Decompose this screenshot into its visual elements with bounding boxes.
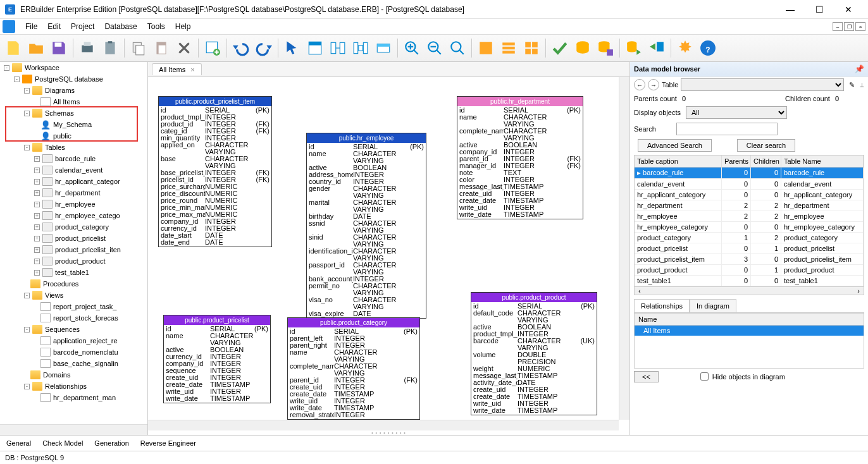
tables-grid[interactable]: Table caption Parents Children Table Nam…	[634, 155, 864, 295]
zoom-fit-icon[interactable]	[447, 37, 468, 59]
report-icon[interactable]	[99, 37, 121, 59]
pin-icon[interactable]: 📌	[855, 64, 864, 73]
tree-relationships[interactable]: -Relationships	[0, 381, 147, 392]
undo-icon[interactable]	[230, 37, 252, 59]
hide-objects-checkbox[interactable]	[700, 372, 709, 381]
mdi-minimize[interactable]: –	[833, 22, 843, 31]
tree-database[interactable]: -PostgreSQL database	[0, 73, 147, 85]
tree-views[interactable]: -Views	[0, 290, 147, 301]
entity-pricelist_item[interactable]: public.product_pricelist_itemidSERIAL(PK…	[158, 96, 272, 247]
refresh-icon[interactable]: ⟂	[860, 81, 864, 89]
tab-generation[interactable]: Generation	[94, 439, 128, 447]
mdi-close[interactable]: ×	[855, 22, 865, 31]
layout-full-icon[interactable]	[475, 37, 497, 59]
tree-table-1[interactable]: +calendar_event	[0, 164, 147, 176]
validate-icon[interactable]	[549, 37, 571, 59]
tree-table-2[interactable]: +hr_applicant_categor	[0, 176, 147, 187]
minimize-button[interactable]: —	[776, 0, 805, 19]
delete-icon[interactable]	[173, 37, 195, 59]
tab-relationships[interactable]: Relationships	[634, 299, 690, 312]
menu-database[interactable]: Database	[99, 20, 142, 34]
display-objects-select[interactable]: All	[686, 106, 787, 119]
entity-product_category[interactable]: public.product_categoryidSERIAL(PK)paren…	[287, 317, 420, 420]
close-button[interactable]: ✕	[834, 0, 863, 19]
print-icon[interactable]	[77, 37, 98, 59]
edit-icon[interactable]: ✎	[846, 81, 857, 89]
tree-rel-0[interactable]: hr_department_man	[0, 392, 147, 403]
menu-tools[interactable]: Tools	[142, 20, 170, 34]
redo-icon[interactable]	[253, 37, 275, 59]
tree-domains[interactable]: Domains	[0, 369, 147, 381]
tree-tables[interactable]: -Tables	[0, 142, 147, 153]
close-icon[interactable]: ×	[190, 66, 194, 73]
mdi-restore[interactable]: ❐	[844, 22, 854, 31]
tree-table-5[interactable]: +hr_employee_catego	[0, 210, 147, 221]
save-icon[interactable]	[48, 37, 70, 59]
tree-table-8[interactable]: +product_pricelist_iten	[0, 244, 147, 255]
db-up-icon[interactable]	[572, 37, 593, 59]
tree-hscroll[interactable]	[0, 424, 147, 435]
layout-list-icon[interactable]	[498, 37, 519, 59]
menu-edit[interactable]: Edit	[42, 20, 66, 34]
table-row[interactable]: product_product01product_product	[635, 265, 864, 276]
settings-icon[interactable]	[674, 37, 696, 59]
menu-file[interactable]: File	[20, 20, 42, 34]
db-import-icon[interactable]	[646, 37, 667, 59]
relation-1n-icon[interactable]	[327, 37, 349, 59]
tree-view-0[interactable]: report_project_task_	[0, 301, 147, 312]
tree-table-6[interactable]: +product_category	[0, 221, 147, 233]
table-row[interactable]: product_category12product_category	[635, 233, 864, 243]
tree-diagrams[interactable]: -Diagrams	[0, 85, 147, 96]
grid-scroll-right[interactable]: ›	[853, 287, 864, 295]
table-select[interactable]	[681, 78, 844, 91]
table-row[interactable]: calendar_event00calendar_event	[635, 179, 864, 190]
table-row[interactable]: hr_employee22hr_employee	[635, 211, 864, 222]
tree-sequences[interactable]: -Sequences	[0, 324, 147, 335]
relation-nn-icon[interactable]	[350, 37, 371, 59]
grid-scroll-left[interactable]: ‹	[635, 287, 645, 295]
tab-all-items[interactable]: All Items ×	[152, 63, 202, 75]
db-save-icon[interactable]	[595, 37, 616, 59]
col-children[interactable]: Children	[751, 156, 781, 167]
tree-table-3[interactable]: +hr_department	[0, 187, 147, 198]
col-name[interactable]: Table Name	[781, 156, 864, 167]
col-parents[interactable]: Parents	[722, 156, 751, 167]
nav-fwd-icon[interactable]: →	[648, 79, 659, 90]
tab-check-model[interactable]: Check Model	[42, 439, 83, 447]
goto-button[interactable]: <<	[634, 371, 659, 382]
table-row[interactable]: test_table100test_table1	[635, 276, 864, 286]
table-row[interactable]: ▸ barcode_rule00barcode_rule	[635, 168, 864, 179]
splitter[interactable]: • • • • • • • • •	[148, 430, 629, 435]
entity-product_pricelist[interactable]: public.product_pricelistidSERIAL(PK)name…	[163, 315, 271, 403]
tree-table-7[interactable]: +product_pricelist	[0, 233, 147, 244]
copy-icon[interactable]	[128, 37, 149, 59]
tree-seq-1[interactable]: barcode_nomenclatu	[0, 346, 147, 358]
entity-hr_department[interactable]: public.hr_departmentidSERIAL(PK)nameCHAR…	[457, 96, 583, 219]
entity-product_product[interactable]: public.product_productidSERIAL(PK)defaul…	[471, 292, 597, 415]
tree-table-9[interactable]: +product_product	[0, 255, 147, 267]
maximize-button[interactable]: ☐	[805, 0, 834, 19]
pointer-icon[interactable]	[282, 37, 303, 59]
canvas-hscroll[interactable]	[148, 420, 619, 430]
rel-list-item[interactable]: All Items	[635, 326, 864, 336]
zoom-out-icon[interactable]	[424, 37, 445, 59]
nav-back-icon[interactable]: ←	[634, 79, 645, 90]
tree-procedures[interactable]: Procedures	[0, 278, 147, 290]
relationships-list[interactable]: Name All Items	[634, 313, 864, 369]
search-input[interactable]	[676, 123, 778, 135]
zoom-in-icon[interactable]	[401, 37, 423, 59]
tab-general[interactable]: General	[6, 439, 31, 447]
open-icon[interactable]	[25, 37, 47, 59]
entity-hr_employee[interactable]: public.hr_employeeidSERIAL(PK)nameCHARAC…	[306, 133, 426, 319]
canvas-vscroll[interactable]	[619, 77, 629, 420]
tab-in-diagram[interactable]: In diagram	[690, 299, 736, 312]
new-entity-icon[interactable]	[304, 37, 326, 59]
table-row[interactable]: product_pricelist_item30product_pricelis…	[635, 254, 864, 265]
tree-body[interactable]: -Workspace-PostgreSQL database-DiagramsA…	[0, 62, 147, 424]
table-row[interactable]: hr_applicant_category00hr_applicant_cate…	[635, 190, 864, 200]
paste-icon[interactable]	[151, 37, 172, 59]
tree-seq-2[interactable]: base_cache_signalin	[0, 358, 147, 369]
menu-help[interactable]: Help	[170, 20, 196, 34]
help-icon[interactable]: ?	[697, 37, 719, 59]
er-canvas[interactable]: public.product_pricelist_itemidSERIAL(PK…	[148, 77, 629, 430]
